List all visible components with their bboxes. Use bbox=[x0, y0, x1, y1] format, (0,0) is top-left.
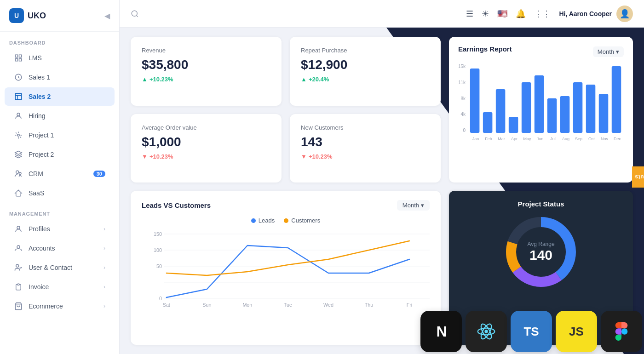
sidebar-item-project2-label: Project 2 bbox=[29, 151, 54, 158]
management-section-label: MANAGEMENT bbox=[0, 203, 119, 219]
earnings-header: Earnings Report Month ▾ bbox=[458, 45, 624, 58]
apps-icon[interactable]: ⋮⋮ bbox=[534, 9, 551, 19]
sidebar-item-profiles-label: Profiles bbox=[29, 225, 50, 233]
sidebar: U UKO ◀ DASHBOARD LMS Sales 1 Sales 2 Hi… bbox=[0, 0, 120, 354]
sidebar-item-project2[interactable]: Project 2 bbox=[5, 145, 115, 164]
sidebar-item-sales1-label: Sales 1 bbox=[29, 74, 50, 81]
sidebar-item-lms[interactable]: LMS bbox=[5, 49, 115, 67]
repeat-value: $12,900 bbox=[301, 57, 430, 72]
topbar-right: ☰ ☀ 🇺🇸 🔔 ⋮⋮ Hi, Aaron Cooper 👤 bbox=[466, 6, 633, 22]
leads-legend: Leads Customers bbox=[142, 217, 430, 224]
svg-point-6 bbox=[17, 134, 20, 137]
javascript-icon: JS bbox=[556, 311, 597, 352]
sidebar-item-user-contact[interactable]: User & Contact › bbox=[5, 258, 115, 277]
language-icon[interactable]: 🇺🇸 bbox=[497, 9, 507, 19]
sidebar-item-crm-label: CRM bbox=[29, 170, 43, 177]
typescript-icon: TS bbox=[511, 311, 552, 352]
sidebar-item-ecommerce-label: Ecommerce bbox=[29, 303, 63, 310]
revenue-arrow: ▲ bbox=[142, 76, 148, 83]
sidebar-item-sales2-label: Sales 2 bbox=[29, 93, 51, 100]
sales1-icon bbox=[14, 73, 23, 82]
svg-text:Sat: Sat bbox=[163, 302, 170, 308]
legend-customers: Customers bbox=[284, 217, 320, 224]
hiring-icon bbox=[14, 111, 23, 120]
ecommerce-chevron: › bbox=[104, 303, 105, 309]
leads-dot bbox=[251, 218, 256, 223]
figma-icon bbox=[601, 311, 642, 352]
svg-point-10 bbox=[17, 246, 20, 248]
svg-text:Wed: Wed bbox=[323, 302, 334, 308]
sidebar-item-profiles[interactable]: Profiles › bbox=[5, 220, 115, 238]
svg-rect-21 bbox=[535, 75, 544, 133]
svg-line-15 bbox=[136, 15, 138, 17]
svg-rect-20 bbox=[522, 82, 531, 133]
sidebar-item-ecommerce[interactable]: Ecommerce › bbox=[5, 297, 115, 315]
sidebar-item-hiring[interactable]: Hiring bbox=[5, 107, 115, 125]
svg-rect-3 bbox=[19, 59, 22, 61]
crm-badge: 30 bbox=[93, 171, 105, 177]
project-status-title: Project Status bbox=[518, 200, 564, 208]
sidebar-item-invoice-label: Invoice bbox=[29, 283, 49, 291]
sidebar-item-sales1[interactable]: Sales 1 bbox=[5, 68, 115, 86]
svg-rect-12 bbox=[17, 284, 20, 285]
invoice-chevron: › bbox=[104, 284, 105, 290]
earnings-month-selector[interactable]: Month ▾ bbox=[593, 46, 624, 57]
avg-order-card: Average Order value $1,000 ▼ +10.23% bbox=[131, 114, 282, 183]
logo-text: UKO bbox=[28, 11, 46, 21]
svg-rect-24 bbox=[573, 82, 583, 133]
svg-point-7 bbox=[16, 171, 19, 173]
user-contact-icon bbox=[14, 263, 23, 272]
repeat-purchase-card: Repeat Purchase $12,900 ▲ +20.4% bbox=[290, 37, 441, 106]
svg-rect-16 bbox=[470, 69, 480, 133]
stats-grid: Revenue $35,800 ▲ +10.23% Repeat Purchas… bbox=[131, 37, 441, 183]
sidebar-item-sales2[interactable]: Sales 2 bbox=[5, 87, 115, 106]
menu-icon[interactable]: ☰ bbox=[466, 9, 473, 19]
new-customers-card: New Customers 143 ▼ +10.23% bbox=[290, 114, 441, 183]
lms-icon bbox=[14, 53, 23, 63]
svg-rect-23 bbox=[560, 96, 570, 133]
saas-icon bbox=[14, 188, 23, 198]
y-label-0: 0 bbox=[458, 128, 466, 133]
svg-text:50: 50 bbox=[156, 263, 162, 269]
sidebar-item-project1-label: Project 1 bbox=[29, 131, 54, 139]
avg-order-change: ▼ +10.23% bbox=[142, 153, 270, 160]
repeat-label: Repeat Purchase bbox=[301, 47, 430, 54]
user-menu[interactable]: Hi, Aaron Cooper 👤 bbox=[559, 6, 633, 22]
svg-text:Mon: Mon bbox=[242, 302, 252, 308]
repeat-change: ▲ +20.4% bbox=[301, 76, 430, 83]
donut-chart: Avg Range 140 bbox=[504, 215, 578, 289]
earnings-card: Earnings Report Month ▾ 15k 11k 8k 4k 0 bbox=[449, 37, 633, 183]
leads-month-button[interactable]: Month ▾ bbox=[397, 200, 430, 211]
sidebar-item-saas-label: SaaS bbox=[29, 189, 44, 197]
dashboard-section-label: DASHBOARD bbox=[0, 32, 119, 48]
revenue-value: $35,800 bbox=[142, 57, 270, 72]
svg-text:0: 0 bbox=[159, 296, 162, 301]
leads-title: Leads VS Customers bbox=[142, 201, 211, 209]
search-box[interactable] bbox=[131, 10, 139, 18]
theme-icon[interactable]: ☀ bbox=[482, 9, 489, 19]
svg-rect-0 bbox=[15, 55, 17, 57]
svg-point-8 bbox=[19, 172, 22, 175]
svg-text:Sun: Sun bbox=[202, 302, 211, 308]
notification-icon[interactable]: 🔔 bbox=[516, 9, 526, 19]
sidebar-item-accounts[interactable]: Accounts › bbox=[5, 239, 115, 257]
svg-text:Tue: Tue bbox=[284, 302, 292, 308]
ecommerce-icon bbox=[14, 302, 23, 311]
sidebar-item-saas[interactable]: SaaS bbox=[5, 184, 115, 202]
logo-icon: U bbox=[9, 8, 24, 23]
svg-rect-22 bbox=[547, 98, 557, 133]
sidebar-logo: U UKO ◀ bbox=[0, 0, 119, 32]
sidebar-item-project1[interactable]: Project 1 bbox=[5, 126, 115, 144]
svg-text:Thu: Thu bbox=[365, 302, 374, 308]
user-contact-chevron: › bbox=[104, 264, 105, 271]
sidebar-item-crm[interactable]: CRM 30 bbox=[5, 165, 115, 183]
legend-leads: Leads bbox=[251, 217, 275, 224]
collapse-button[interactable]: ◀ bbox=[104, 11, 110, 20]
sidebar-item-invoice[interactable]: Invoice › bbox=[5, 278, 115, 296]
revenue-change: ▲ +10.23% bbox=[142, 76, 270, 83]
accounts-chevron: › bbox=[104, 245, 105, 251]
svg-rect-17 bbox=[483, 112, 493, 133]
svg-rect-1 bbox=[19, 55, 22, 57]
avatar: 👤 bbox=[616, 6, 633, 22]
layouts-tab[interactable]: Layouts bbox=[632, 166, 644, 188]
